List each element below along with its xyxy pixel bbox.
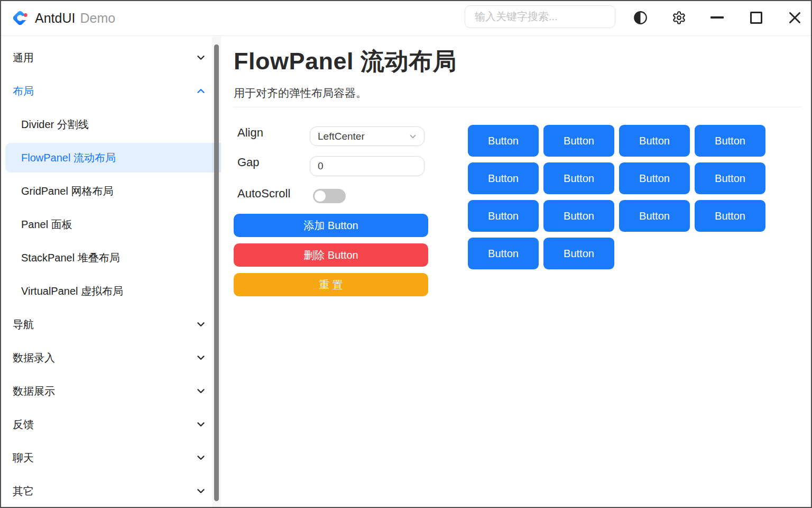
content-divider xyxy=(234,107,801,107)
contrast-icon xyxy=(633,11,648,25)
flow-button[interactable]: Button xyxy=(468,125,539,157)
autoscroll-label: AutoScroll xyxy=(237,187,290,201)
sidebar-item-label: FlowPanel 流动布局 xyxy=(21,151,116,165)
sidebar-group-label: 通用 xyxy=(13,51,34,65)
sidebar-group-label: 聊天 xyxy=(13,451,34,465)
flow-button[interactable]: Button xyxy=(695,162,765,194)
align-label: Align xyxy=(237,126,263,140)
sidebar-group-label: 布局 xyxy=(13,84,34,98)
sidebar-item-label: Divider 分割线 xyxy=(21,117,89,132)
sidebar-item-label: VirtualPanel 虚拟布局 xyxy=(21,284,123,298)
theme-toggle-button[interactable] xyxy=(630,7,651,28)
flow-button[interactable]: Button xyxy=(695,200,765,232)
sidebar-group-label: 反馈 xyxy=(13,418,34,432)
sidebar-group-label: 数据展示 xyxy=(13,384,55,398)
sidebar-group-label: 数据录入 xyxy=(13,351,55,365)
gear-icon xyxy=(672,11,686,25)
flow-button[interactable]: Button xyxy=(619,200,690,232)
titlebar: AntdUIDemo xyxy=(1,1,811,36)
sidebar-group-label: 导航 xyxy=(13,318,34,332)
sidebar-item-label: GridPanel 网格布局 xyxy=(21,184,114,198)
chevron-down-icon xyxy=(195,485,207,497)
sidebar-item-stackpanel[interactable]: StackPanel 堆叠布局 xyxy=(5,243,225,273)
antdui-logo-icon xyxy=(12,10,29,26)
minimize-button[interactable] xyxy=(706,7,727,28)
app-title: AntdUIDemo xyxy=(35,8,115,28)
chevron-down-icon xyxy=(195,419,207,430)
sidebar-group-layout[interactable]: 布局 xyxy=(5,76,225,106)
chevron-down-icon xyxy=(195,52,207,64)
autoscroll-toggle[interactable] xyxy=(313,189,346,203)
sidebar-group-chat[interactable]: 聊天 xyxy=(5,443,225,473)
reset-button[interactable]: 重 置 xyxy=(234,273,428,296)
chevron-down-icon xyxy=(195,352,207,364)
app-mode: Demo xyxy=(80,11,115,25)
flowpanel-demo-area: Button Button Button Button Button Butto… xyxy=(468,125,767,269)
flow-button[interactable]: Button xyxy=(543,125,614,157)
settings-button[interactable] xyxy=(668,7,689,28)
chevron-down-icon xyxy=(195,452,207,464)
sidebar-item-label: Panel 面板 xyxy=(21,217,72,232)
close-button[interactable] xyxy=(784,7,805,28)
chevron-down-icon xyxy=(195,319,207,330)
flow-button[interactable]: Button xyxy=(619,162,690,194)
sidebar-group-feedback[interactable]: 反馈 xyxy=(5,410,225,439)
main-content: FlowPanel 流动布局 用于对齐的弹性布局容器。 Align LeftCe… xyxy=(221,37,811,507)
sidebar-group-data-display[interactable]: 数据展示 xyxy=(5,376,225,406)
flow-button[interactable]: Button xyxy=(543,238,614,269)
app-name: AntdUI xyxy=(35,11,75,25)
remove-button[interactable]: 删除 Button xyxy=(234,243,428,267)
flow-button[interactable]: Button xyxy=(619,125,690,157)
sidebar-item-flowpanel[interactable]: FlowPanel 流动布局 xyxy=(5,143,225,173)
sidebar-item-divider[interactable]: Divider 分割线 xyxy=(5,110,225,139)
maximize-icon xyxy=(750,12,762,24)
app-window: AntdUIDemo xyxy=(0,0,812,508)
sidebar-item-virtualpanel[interactable]: VirtualPanel 虚拟布局 xyxy=(5,276,225,306)
sidebar-group-data-entry[interactable]: 数据录入 xyxy=(5,343,225,373)
flow-button[interactable]: Button xyxy=(695,125,765,157)
flow-button[interactable]: Button xyxy=(468,238,539,269)
close-icon xyxy=(788,11,802,25)
align-select-value: LeftCenter xyxy=(318,131,365,142)
chevron-down-icon xyxy=(195,385,207,397)
search-input[interactable] xyxy=(475,11,615,23)
align-select[interactable]: LeftCenter xyxy=(310,126,425,146)
flow-button[interactable]: Button xyxy=(468,200,539,232)
flow-button[interactable]: Button xyxy=(543,200,614,232)
gap-input[interactable] xyxy=(310,156,425,176)
page-subtitle: 用于对齐的弹性布局容器。 xyxy=(234,86,367,101)
minimize-icon xyxy=(710,16,724,19)
toggle-knob xyxy=(315,190,326,202)
flow-button[interactable]: Button xyxy=(543,162,614,194)
sidebar-group-other[interactable]: 其它 xyxy=(5,476,225,506)
sidebar-item-label: StackPanel 堆叠布局 xyxy=(21,251,120,265)
chevron-up-icon xyxy=(195,85,207,97)
sidebar-item-gridpanel[interactable]: GridPanel 网格布局 xyxy=(5,176,225,206)
sidebar-group-general[interactable]: 通用 xyxy=(5,43,225,72)
maximize-button[interactable] xyxy=(745,7,767,28)
global-search[interactable] xyxy=(465,5,615,28)
sidebar-scrollbar-thumb[interactable] xyxy=(214,44,219,501)
add-button[interactable]: 添加 Button xyxy=(234,214,428,237)
chevron-down-icon xyxy=(408,132,418,141)
flow-button[interactable]: Button xyxy=(468,162,539,194)
sidebar: 通用 布局 Divider 分割线 FlowPanel 流动布局 GridPan… xyxy=(1,37,228,507)
page-title: FlowPanel 流动布局 xyxy=(234,46,457,77)
sidebar-group-label: 其它 xyxy=(13,484,34,498)
gap-label: Gap xyxy=(237,156,260,169)
sidebar-item-panel[interactable]: Panel 面板 xyxy=(5,210,225,239)
sidebar-group-navigation[interactable]: 导航 xyxy=(5,310,225,339)
